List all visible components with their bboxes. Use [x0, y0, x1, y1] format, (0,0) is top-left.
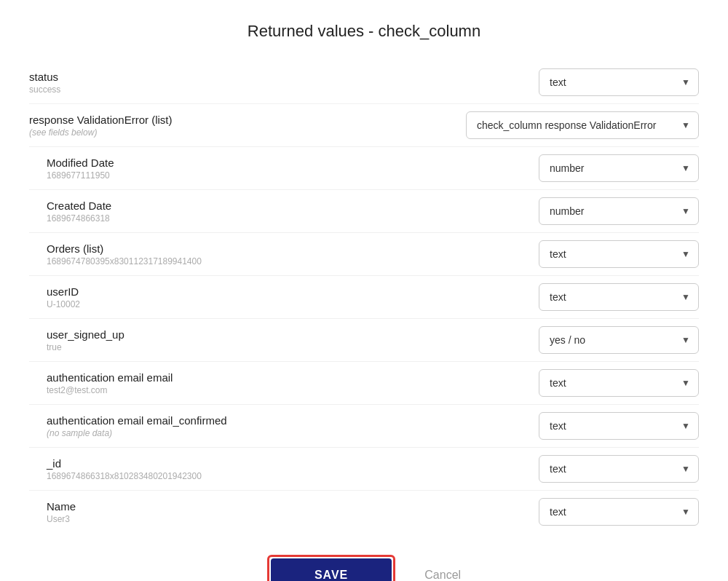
field-name: user_signed_up [47, 328, 124, 341]
page-title: Returned values - check_column [248, 22, 480, 41]
table-row: NameUser3textnumberyes / nodate▼ [29, 491, 699, 533]
field-name: _id [47, 457, 202, 470]
row-label: userIDU-10002 [47, 285, 80, 309]
table-row: Orders (list)1689674780395x8301123171899… [29, 233, 699, 276]
row-label: Orders (list)1689674780395x8301123171899… [47, 242, 202, 266]
dropdown-wrapper: textnumberyes / nodate▼ [539, 455, 699, 483]
type-dropdown[interactable]: textnumberyes / nodate [539, 369, 699, 397]
row-label: response ValidationError (list)(see fiel… [29, 114, 172, 138]
row-label: statussuccess [29, 71, 60, 95]
type-dropdown[interactable]: textnumberyes / nodate [539, 68, 699, 96]
type-dropdown[interactable]: textnumberyes / nodate [539, 412, 699, 440]
row-label: Created Date1689674866318 [47, 199, 111, 224]
rows-container: statussuccesstextnumberyes / nodate▼resp… [29, 61, 699, 533]
field-sample: 1689677111950 [47, 170, 114, 181]
row-label: authentication email emailtest2@test.com [47, 371, 173, 395]
table-row: Created Date1689674866318textnumberyes /… [29, 190, 699, 233]
field-sample: success [29, 84, 60, 95]
field-name: authentication email email [47, 371, 173, 384]
dropdown-wrapper: textnumberyes / nodate▼ [539, 240, 699, 268]
dropdown-wrapper: textnumberyes / nodate▼ [539, 369, 699, 397]
table-row: authentication email email_confirmed(no … [29, 405, 699, 448]
row-label: _id1689674866318x810283480201942300 [47, 457, 202, 481]
dropdown-wrapper: textnumberyes / nodate▼ [539, 68, 699, 96]
table-row: user_signed_uptruetextnumberyes / nodate… [29, 319, 699, 362]
dropdown-wrapper: textnumberyes / nodate▼ [539, 154, 699, 182]
type-dropdown[interactable]: textnumberyes / nodate [539, 197, 699, 225]
field-name: response ValidationError (list) [29, 114, 172, 126]
field-sample: 1689674780395x830112317189941400 [47, 256, 202, 266]
type-dropdown[interactable]: textnumberyes / nodate [539, 326, 699, 354]
field-sample: true [47, 342, 124, 352]
row-label: user_signed_uptrue [47, 328, 124, 352]
table-row: response ValidationError (list)(see fiel… [29, 104, 699, 147]
type-dropdown[interactable]: textnumberyes / nodate [539, 455, 699, 483]
field-sample: U-10002 [47, 299, 80, 309]
field-name: Created Date [47, 199, 111, 212]
dropdown-wrapper: textnumberyes / nodate▼ [539, 197, 699, 225]
dropdown-wrapper: check_column response ValidationError▼ [466, 111, 699, 139]
table-row: Modified Date1689677111950textnumberyes … [29, 147, 699, 190]
dropdown-wrapper: textnumberyes / nodate▼ [539, 412, 699, 440]
row-label: Modified Date1689677111950 [47, 157, 114, 181]
field-note: (see fields below) [29, 127, 172, 138]
field-sample: 1689674866318 [47, 213, 111, 224]
field-name: status [29, 71, 60, 83]
field-sample: test2@test.com [47, 385, 173, 395]
cancel-button[interactable]: Cancel [424, 569, 461, 581]
field-name: authentication email email_confirmed [47, 414, 227, 427]
save-button-wrapper: SAVE [267, 555, 395, 581]
type-dropdown[interactable]: check_column response ValidationError [466, 111, 699, 139]
dropdown-wrapper: textnumberyes / nodate▼ [539, 498, 699, 526]
type-dropdown[interactable]: textnumberyes / nodate [539, 498, 699, 526]
table-row: _id1689674866318x810283480201942300textn… [29, 448, 699, 491]
field-name: userID [47, 285, 80, 298]
save-button[interactable]: SAVE [271, 558, 392, 581]
field-note: (no sample data) [47, 428, 227, 438]
field-name: Modified Date [47, 157, 114, 169]
table-row: userIDU-10002textnumberyes / nodate▼ [29, 276, 699, 319]
row-label: authentication email email_confirmed(no … [47, 414, 227, 438]
type-dropdown[interactable]: textnumberyes / nodate [539, 283, 699, 311]
row-label: NameUser3 [47, 500, 76, 524]
type-dropdown[interactable]: textnumberyes / nodate [539, 240, 699, 268]
type-dropdown[interactable]: textnumberyes / nodate [539, 154, 699, 182]
field-sample: User3 [47, 514, 76, 524]
field-name: Orders (list) [47, 242, 202, 255]
field-sample: 1689674866318x810283480201942300 [47, 471, 202, 481]
table-row: statussuccesstextnumberyes / nodate▼ [29, 61, 699, 104]
footer: SAVE Cancel [29, 555, 699, 581]
field-name: Name [47, 500, 76, 513]
dropdown-wrapper: textnumberyes / nodate▼ [539, 326, 699, 354]
table-row: authentication email emailtest2@test.com… [29, 362, 699, 405]
dropdown-wrapper: textnumberyes / nodate▼ [539, 283, 699, 311]
